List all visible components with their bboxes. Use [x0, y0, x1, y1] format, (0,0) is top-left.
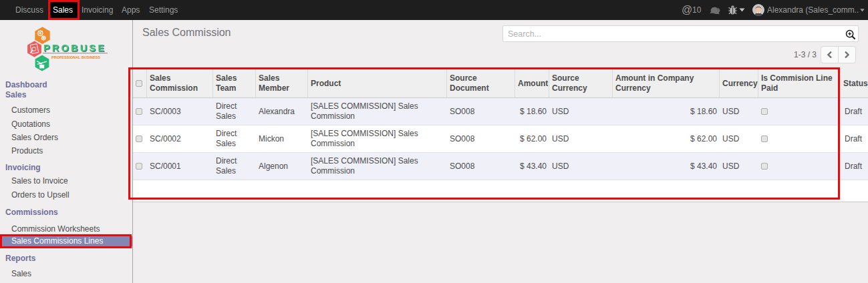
svg-text:PROBUSE: PROBUSE — [43, 43, 106, 53]
svg-text:PROFESSIONAL BUSINESS: PROFESSIONAL BUSINESS — [51, 55, 100, 59]
